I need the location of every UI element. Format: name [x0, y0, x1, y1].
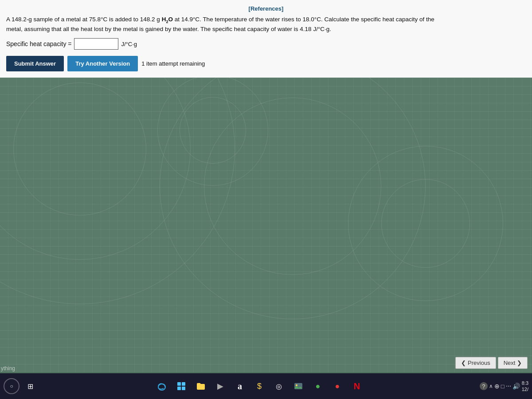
help-icon[interactable]: ?: [480, 382, 488, 390]
references-link-container: [References]: [6, 4, 526, 12]
apps-grid-icon: [176, 381, 186, 391]
bottom-left-text: ything: [1, 365, 15, 372]
buttons-row: Submit Answer Try Another Version 1 item…: [6, 56, 526, 71]
try-another-version-button[interactable]: Try Another Version: [67, 56, 138, 71]
red-dot-button[interactable]: ●: [328, 377, 347, 395]
problem-text-part2: at 14.9°C. The temperature of the water …: [175, 16, 434, 23]
status-app-button[interactable]: ●: [309, 377, 327, 395]
cursor-app-button[interactable]: ◎: [270, 377, 288, 395]
previous-button[interactable]: Previous: [455, 357, 496, 369]
svg-rect-2: [182, 382, 185, 386]
volume-icon[interactable]: 🔊: [512, 383, 520, 390]
answer-unit: J/°C·g: [121, 41, 137, 47]
netflix-button[interactable]: N: [348, 377, 366, 395]
time-display: 8:3: [522, 380, 528, 386]
svg-point-6: [296, 384, 297, 386]
answer-label: Specific heat capacity =: [6, 40, 71, 47]
start-icon: ○: [10, 383, 13, 389]
grid-button[interactable]: ⊞: [21, 377, 39, 395]
system-tray-icons: ? ∧ ⊕ □ ⋯ 🔊: [480, 382, 520, 390]
date-display: 12/: [522, 386, 528, 392]
next-label: Next: [504, 360, 516, 366]
h2o-formula: H2O: [162, 16, 173, 23]
music-icon: ▶: [217, 381, 223, 391]
submit-answer-button[interactable]: Submit Answer: [6, 56, 64, 71]
content-area: [References] A 148.2-g sample of a metal…: [0, 0, 532, 78]
grid-icon: ⊞: [27, 382, 33, 391]
answer-row: Specific heat capacity = J/°C·g: [6, 38, 526, 50]
answer-input[interactable]: [74, 38, 118, 50]
connection-icon: ⋯: [506, 383, 511, 389]
previous-label: Previous: [468, 360, 490, 366]
taskbar-right: ? ∧ ⊕ □ ⋯ 🔊 8:3 12/: [480, 380, 528, 393]
attempt-remaining-text: 1 item attempt remaining: [141, 60, 205, 67]
taskbar: ○ ⊞: [0, 373, 532, 399]
edge-browser-button[interactable]: [153, 377, 171, 395]
svg-rect-4: [182, 387, 185, 390]
chevron-right-icon: [517, 360, 522, 366]
photo-icon: [293, 381, 303, 391]
status-circle-icon: ●: [315, 382, 320, 391]
references-link[interactable]: [References]: [249, 5, 284, 12]
netflix-icon: N: [354, 381, 360, 391]
svg-rect-3: [177, 387, 181, 390]
svg-rect-1: [177, 382, 181, 386]
chevron-left-icon: [461, 360, 466, 366]
taskbar-middle-icons: ▶ a $ ◎ ● ●: [41, 377, 478, 395]
clock[interactable]: 8:3 12/: [522, 380, 528, 393]
media-button[interactable]: ▶: [211, 377, 230, 395]
photo-app-button[interactable]: [289, 377, 308, 395]
red-dot-icon: ●: [335, 382, 340, 391]
navigation-buttons: Previous Next: [455, 357, 528, 369]
folder-icon: [196, 381, 206, 391]
currency-app-button[interactable]: $: [250, 377, 269, 395]
display-icon: □: [501, 383, 505, 390]
problem-text-part3: metal, assuming that all the heat lost b…: [6, 26, 331, 32]
currency-icon: $: [257, 382, 262, 391]
caret-up-icon[interactable]: ∧: [489, 383, 493, 389]
cursor-icon: ◎: [276, 382, 282, 391]
start-button[interactable]: ○: [4, 378, 20, 394]
problem-text: A 148.2-g sample of a metal at 75.8°C is…: [6, 15, 526, 34]
file-manager-button[interactable]: [192, 377, 210, 395]
text-app-icon: a: [238, 381, 242, 391]
edge-icon: [156, 381, 167, 391]
network-icon[interactable]: ⊕: [494, 383, 500, 390]
apps-grid-button[interactable]: [172, 377, 191, 395]
problem-text-part1: A 148.2-g sample of a metal at 75.8°C is…: [6, 16, 160, 23]
next-button[interactable]: Next: [498, 357, 528, 369]
text-app-button[interactable]: a: [231, 377, 249, 395]
